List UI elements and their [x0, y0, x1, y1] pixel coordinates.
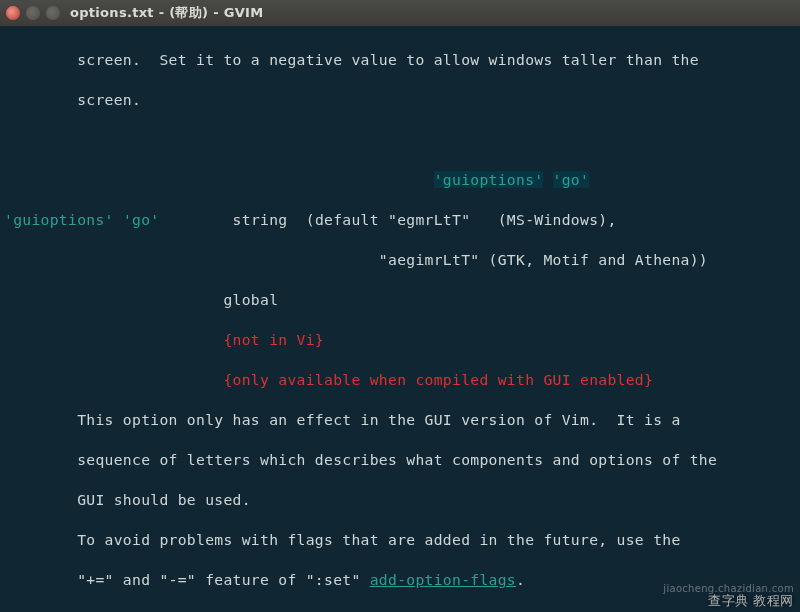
help-line: [4, 130, 796, 150]
help-line: This option only has an effect in the GU…: [4, 410, 796, 430]
help-line: 'guioptions' 'go' string (default "egmrL…: [4, 210, 796, 230]
watermark-text: 查字典 教程网: [708, 592, 794, 610]
help-line: "aegimrLtT" (GTK, Motif and Athena)): [4, 250, 796, 270]
minimize-icon[interactable]: [26, 6, 40, 20]
help-line: screen.: [4, 90, 796, 110]
close-icon[interactable]: [6, 6, 20, 20]
help-line: screen. Set it to a negative value to al…: [4, 50, 796, 70]
help-line: {not in Vi}: [4, 330, 796, 350]
help-line: sequence of letters which describes what…: [4, 450, 796, 470]
help-tag-line: 'guioptions' 'go': [4, 170, 796, 190]
window-titlebar: options.txt - (帮助) - GVIM: [0, 0, 800, 26]
help-line: To avoid problems with flags that are ad…: [4, 530, 796, 550]
help-line: global: [4, 290, 796, 310]
help-window[interactable]: screen. Set it to a negative value to al…: [0, 26, 800, 612]
help-tag: 'guioptions': [434, 171, 544, 188]
help-tag: 'go': [553, 171, 590, 188]
help-line: GUI should be used.: [4, 490, 796, 510]
maximize-icon[interactable]: [46, 6, 60, 20]
help-link-add-option-flags[interactable]: add-option-flags: [370, 571, 516, 588]
help-line: {only available when compiled with GUI e…: [4, 370, 796, 390]
window-title: options.txt - (帮助) - GVIM: [70, 4, 263, 22]
